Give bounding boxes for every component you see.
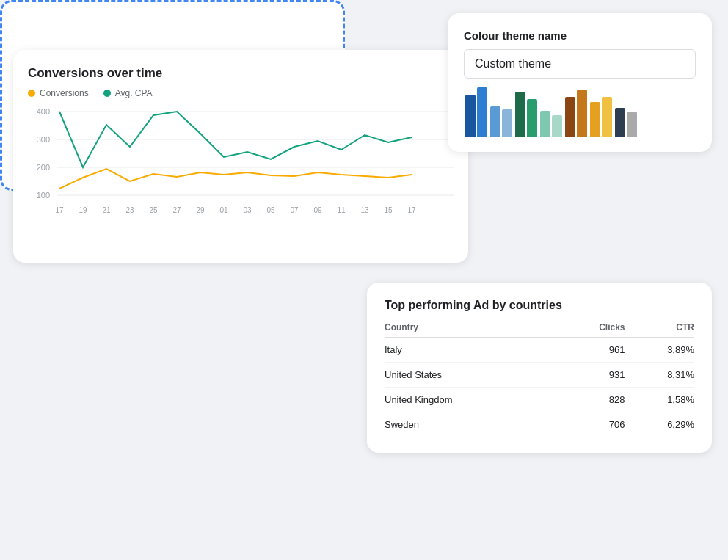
- cell-country: Italy: [385, 338, 558, 363]
- col-header-clicks: Clicks: [558, 322, 625, 338]
- cell-country: Sweden: [385, 412, 558, 437]
- legend-item: Conversions: [28, 88, 89, 98]
- table-row: Italy9613,89%: [385, 338, 694, 363]
- table-title: Top performing Ad by countries: [385, 299, 694, 312]
- cell-ctr: 8,31%: [625, 363, 694, 388]
- legend-label: Avg. CPA: [115, 88, 153, 98]
- legend-dot: [103, 90, 111, 97]
- mini-bar: [602, 97, 612, 137]
- color-bar-group: [540, 111, 562, 137]
- mini-bar: [627, 112, 637, 137]
- mini-bar: [465, 95, 476, 137]
- mini-bar: [565, 97, 575, 137]
- table-row: United States9318,31%: [385, 363, 694, 388]
- color-bar-group: [565, 90, 587, 137]
- col-header-ctr: CTR: [625, 322, 694, 338]
- table-row: Sweden7066,29%: [385, 412, 694, 437]
- legend-dot: [28, 90, 35, 97]
- svg-text:200: 200: [37, 163, 50, 172]
- chart-area: 400 300 200 100 17 19 21 23 25 27 29 01 …: [28, 104, 454, 251]
- col-header-country: Country: [385, 322, 558, 338]
- performance-table: Country Clicks CTR Italy9613,89%United S…: [385, 322, 694, 437]
- mini-bar: [590, 102, 600, 137]
- cell-country: United States: [385, 363, 558, 388]
- table-row: United Kingdom8281,58%: [385, 388, 694, 412]
- svg-text:11: 11: [337, 206, 346, 214]
- cell-ctr: 6,29%: [625, 412, 694, 437]
- chart-legend: ConversionsAvg. CPA: [28, 88, 454, 98]
- svg-text:300: 300: [37, 135, 50, 144]
- svg-text:09: 09: [313, 206, 322, 214]
- svg-text:100: 100: [37, 191, 50, 200]
- svg-text:27: 27: [172, 206, 181, 214]
- theme-card: Colour theme name: [448, 13, 712, 152]
- mini-bar: [615, 108, 625, 137]
- color-bars-preview: [464, 89, 696, 140]
- svg-text:03: 03: [243, 206, 252, 214]
- svg-text:400: 400: [37, 107, 50, 116]
- mini-bar: [490, 106, 500, 137]
- svg-text:17: 17: [407, 206, 416, 214]
- cell-clicks: 931: [558, 363, 625, 388]
- svg-text:17: 17: [55, 206, 64, 214]
- svg-text:13: 13: [360, 206, 369, 214]
- legend-label: Conversions: [40, 88, 89, 98]
- cell-clicks: 961: [558, 338, 625, 363]
- svg-text:21: 21: [102, 206, 111, 214]
- svg-text:15: 15: [384, 206, 393, 214]
- cell-ctr: 1,58%: [625, 388, 694, 412]
- color-bar-group: [490, 106, 512, 137]
- svg-text:29: 29: [196, 206, 205, 214]
- legend-item: Avg. CPA: [103, 88, 153, 98]
- svg-text:23: 23: [125, 206, 134, 214]
- mini-bar: [502, 109, 512, 137]
- svg-text:01: 01: [219, 206, 228, 214]
- mini-bar: [515, 92, 525, 137]
- color-bar-group: [515, 92, 537, 137]
- mini-bar: [577, 90, 587, 137]
- color-bar-group: [465, 87, 487, 137]
- chart-title: Conversions over time: [28, 66, 454, 81]
- svg-text:07: 07: [290, 206, 299, 214]
- mini-bar: [477, 87, 487, 137]
- svg-text:25: 25: [149, 206, 158, 214]
- svg-text:05: 05: [266, 206, 275, 214]
- conversions-card: Conversions over time ConversionsAvg. CP…: [13, 50, 468, 263]
- table-card: Top performing Ad by countries Country C…: [367, 283, 712, 453]
- cell-clicks: 828: [558, 388, 625, 412]
- cell-ctr: 3,89%: [625, 338, 694, 363]
- mini-bar: [527, 99, 537, 137]
- theme-name-input[interactable]: [464, 49, 696, 79]
- mini-bar: [552, 115, 562, 137]
- mini-bar: [540, 111, 550, 137]
- cell-country: United Kingdom: [385, 388, 558, 412]
- theme-label: Colour theme name: [464, 29, 696, 42]
- cell-clicks: 706: [558, 412, 625, 437]
- color-bar-group: [615, 108, 637, 137]
- color-bar-group: [590, 97, 612, 137]
- svg-text:19: 19: [79, 206, 87, 214]
